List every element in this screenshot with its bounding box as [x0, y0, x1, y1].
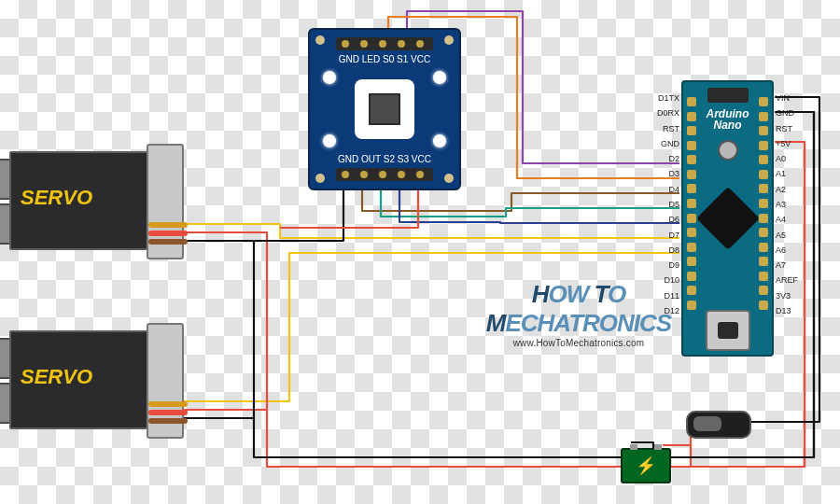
nano-pin-column-left [687, 97, 696, 310]
power-switch [686, 411, 751, 439]
nano-pin-label-+5v: +5V [776, 139, 807, 148]
nano-pad [759, 141, 768, 150]
servo-lead-vcc [148, 231, 188, 236]
color-sensor-module: GND LED S0 S1 VCC GND OUT S2 S3 VCC [308, 28, 461, 190]
nano-pin-label-a7: A7 [776, 260, 807, 270]
nano-pad [759, 170, 768, 179]
sensor-chip [355, 79, 414, 139]
nano-pin-column-right [759, 97, 768, 310]
nano-pin-label-d0rx: D0RX [648, 108, 679, 118]
nano-pad [687, 243, 696, 252]
nano-pin-label-vin: VIN [776, 93, 807, 103]
battery-pack: ⚡ [621, 448, 671, 483]
wire-tcs-s3-to-d6 [399, 187, 679, 223]
nano-pin-label-a5: A5 [776, 231, 807, 240]
sensor-led [433, 71, 446, 84]
nano-pad [759, 301, 768, 310]
arduino-nano: Arduino Nano D1TXD0RXRSTGNDD2D3D4D5D6D7D… [681, 80, 774, 357]
logo-char: M [486, 309, 506, 337]
board-name-2: Nano [714, 119, 742, 132]
nano-pin-label-d5: D5 [648, 200, 679, 209]
nano-pad [687, 301, 696, 310]
nano-pad [687, 214, 696, 223]
sensor-header-pin [379, 40, 386, 48]
nano-pin-label-gnd: GND [648, 139, 679, 148]
nano-pad [759, 214, 768, 223]
usb-slot [718, 322, 738, 339]
sensor-header-pin [416, 40, 424, 48]
lightning-icon: ⚡ [636, 455, 656, 476]
wire-tcs-gnd [254, 187, 343, 241]
sensor-die [369, 93, 400, 125]
nano-pad [759, 112, 768, 121]
usb-port [706, 310, 750, 351]
nano-pin-label-3v3: 3V3 [776, 291, 807, 301]
sensor-led [323, 71, 336, 84]
nano-pin-label-rst: RST [648, 124, 679, 133]
sensor-header-pin [398, 40, 405, 48]
mount-hole [444, 174, 454, 183]
nano-pad [687, 184, 696, 193]
nano-pin-label-d1tx: D1TX [648, 93, 679, 103]
nano-pin-label-d4: D4 [648, 185, 679, 194]
nano-pad [687, 141, 696, 150]
nano-pad [759, 243, 768, 252]
servo-body: SERVO [9, 151, 153, 250]
sensor-header-pin [342, 40, 349, 48]
mount-hole [315, 174, 325, 183]
logo-char: H [532, 280, 549, 308]
nano-pad [759, 257, 768, 266]
servo-label: SERVO [21, 186, 92, 210]
mount-hole [315, 35, 325, 45]
nano-pin-label-a6: A6 [776, 245, 807, 255]
nano-pad [759, 97, 768, 106]
nano-pin-label-rst: RST [776, 124, 807, 133]
nano-pin-label-a4: A4 [776, 215, 807, 224]
nano-pad [759, 184, 768, 193]
servo-lead-gnd [148, 239, 188, 245]
switch-rocker [693, 416, 721, 431]
sensor-header-pin [360, 40, 368, 48]
nano-pin-label-gnd: GND [776, 108, 807, 118]
servo-lead-signal [148, 401, 188, 407]
nano-pad [687, 199, 696, 208]
mcu-chip [696, 187, 760, 250]
nano-pad [687, 257, 696, 266]
nano-pin-label-d13: D13 [776, 306, 807, 315]
wire-servo1-sig-d7 [179, 224, 679, 238]
logo-char: OW [549, 280, 589, 308]
watermark-logo: HOW TO MECHATRONICS www.HowToMechatronic… [485, 280, 672, 348]
servo-label: SERVO [21, 365, 92, 389]
sensor-header-bottom [336, 168, 433, 181]
nano-pad [687, 112, 696, 121]
logo-char: ECHATRONICS [505, 309, 671, 337]
nano-pin-label-aref: AREF [776, 275, 807, 285]
nano-pin-label-d6: D6 [648, 215, 679, 224]
servo-top: SERVO [9, 131, 182, 261]
servo-leads [148, 222, 188, 248]
sensor-header-pin [360, 171, 368, 178]
logo-line1: HOW TO [485, 280, 672, 309]
nano-pad [687, 126, 696, 135]
sensor-header-pin [398, 171, 405, 178]
nano-pad [759, 286, 768, 295]
nano-pin-label-d9: D9 [648, 260, 679, 270]
sensor-led [323, 134, 336, 147]
nano-pad [687, 97, 696, 106]
nano-pin-label-d7: D7 [648, 231, 679, 240]
nano-pad [759, 199, 768, 208]
nano-pin-label-a1: A1 [776, 169, 807, 178]
nano-pin-label-a0: A0 [776, 154, 807, 163]
servo-lead-signal [148, 222, 188, 228]
servo-leads [148, 401, 188, 427]
sensor-header-pin [342, 171, 349, 178]
battery-terminal [654, 444, 662, 450]
mount-hole [444, 35, 454, 45]
nano-pad [759, 272, 768, 281]
nano-pin-label-d8: D8 [648, 245, 679, 255]
logo-char: T [588, 280, 608, 308]
nano-pin-label-a3: A3 [776, 200, 807, 209]
sensor-header-top [336, 37, 433, 50]
servo-lead-vcc [148, 410, 188, 415]
wire-tcs-s2-to-d5 [381, 187, 679, 217]
